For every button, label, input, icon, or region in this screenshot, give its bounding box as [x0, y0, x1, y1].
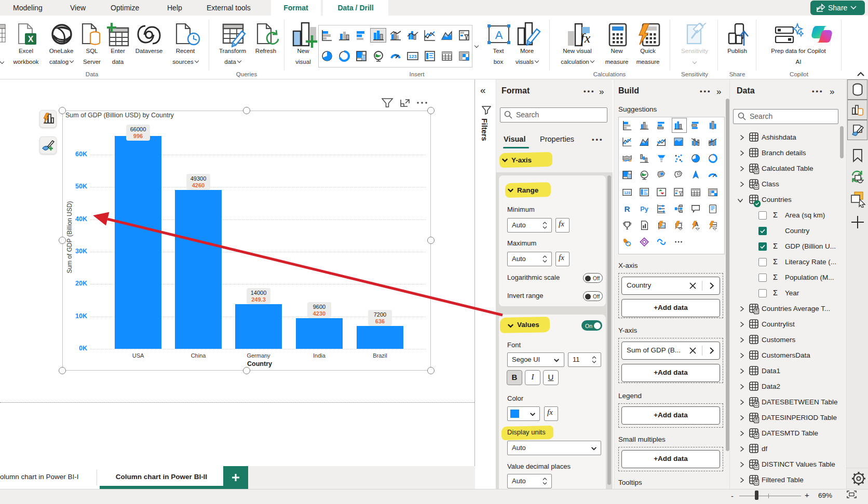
- svg-text:123: 123: [409, 54, 416, 59]
- svg-text:R: R: [625, 205, 630, 213]
- svg-text:fx: fx: [581, 31, 591, 46]
- svg-text:123: 123: [624, 190, 630, 195]
- svg-text:X: X: [28, 35, 34, 44]
- svg-text:Py: Py: [640, 205, 648, 213]
- svg-text:A: A: [495, 29, 503, 42]
